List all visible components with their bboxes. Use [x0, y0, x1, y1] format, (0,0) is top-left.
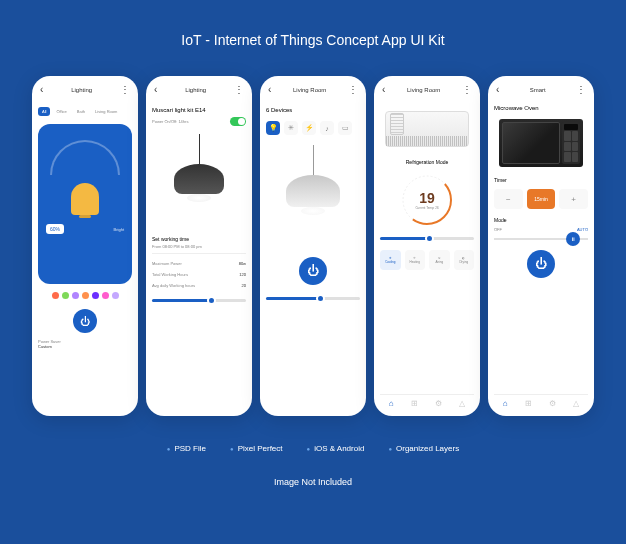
feature-item: Pixel Perfect	[230, 444, 283, 453]
timer-label: Timer	[494, 177, 588, 183]
dial-bright-label: Bright	[114, 227, 124, 232]
brightness-dial[interactable]: 60% Off Bright	[38, 124, 132, 284]
device-plug-icon[interactable]: ⚡	[302, 121, 316, 135]
nav-home-icon[interactable]: ⌂	[389, 399, 394, 408]
schedule-title: Set working time	[152, 236, 246, 242]
phone-lighting-dial: ‹ Lighting ⋮ All Office Bath Living Room…	[32, 76, 138, 416]
mode-selector: ❄Cooling ☀Heating ≋Airing ◐Drying	[380, 250, 474, 270]
color-swatch[interactable]	[52, 292, 59, 299]
stat-value: 80w	[239, 261, 246, 266]
feature-item: PSD File	[167, 444, 206, 453]
tab-bath[interactable]: Bath	[73, 107, 89, 116]
mode-title: Refrigeration Mode	[380, 159, 474, 165]
menu-icon[interactable]: ⋮	[234, 84, 244, 95]
tab-office[interactable]: Office	[52, 107, 70, 116]
nav-grid-icon[interactable]: ⊞	[525, 399, 532, 408]
stat-row: Maximum Power 80w	[152, 261, 246, 266]
stat-value: 20	[242, 283, 246, 288]
device-type-selector: 💡 ✳ ⚡ ♪ ▭	[266, 121, 360, 135]
mode-airing[interactable]: ≋Airing	[429, 250, 450, 270]
power-button[interactable]: ⏻	[299, 257, 327, 285]
phone-light-detail: ‹ Lighting ⋮ Muscari light kit E14 Power…	[146, 76, 252, 416]
menu-icon[interactable]: ⋮	[462, 84, 472, 95]
feature-item: iOS & Android	[307, 444, 365, 453]
color-swatch[interactable]	[72, 292, 79, 299]
device-fan-icon[interactable]: ✳	[284, 121, 298, 135]
page-title: IoT - Internet of Things Concept App UI …	[181, 32, 444, 48]
features-list: PSD File Pixel Perfect iOS & Android Org…	[167, 444, 459, 453]
back-icon[interactable]: ‹	[382, 84, 385, 95]
stat-label: Avg daily Working hours	[152, 283, 195, 288]
stat-value: 120	[239, 272, 246, 277]
timer-increase-button[interactable]: +	[559, 189, 588, 209]
nav-settings-icon[interactable]: ⚙	[549, 399, 556, 408]
color-swatch[interactable]	[112, 292, 119, 299]
microwave-image	[499, 119, 583, 167]
phone-microwave: ‹ Smart ⋮ Microwave Oven Timer − 15min +…	[488, 76, 594, 416]
footer-value: Custom	[38, 344, 132, 349]
feature-item: Organized Layers	[388, 444, 459, 453]
category-tabs: All Office Bath Living Room	[38, 107, 132, 116]
device-count: 6 Devices	[266, 107, 360, 113]
footer-note: Image Not Included	[274, 477, 352, 487]
header-title: Lighting	[71, 87, 92, 93]
back-icon[interactable]: ‹	[154, 84, 157, 95]
timer-value: 15min	[527, 189, 556, 209]
mode-auto[interactable]: AUTO	[577, 227, 588, 232]
timer-decrease-button[interactable]: −	[494, 189, 523, 209]
pause-icon[interactable]: ⏸	[566, 232, 580, 246]
back-icon[interactable]: ‹	[496, 84, 499, 95]
power-button[interactable]: ⏻	[527, 250, 555, 278]
nav-profile-icon[interactable]: △	[573, 399, 579, 408]
color-swatch[interactable]	[102, 292, 109, 299]
color-picker	[38, 292, 132, 299]
pendant-light-image	[285, 145, 341, 245]
bottom-nav: ⌂ ⊞ ⚙ △	[380, 394, 474, 412]
temperature-dial[interactable]: 19 Current Temp: 26	[400, 173, 454, 227]
back-icon[interactable]: ‹	[40, 84, 43, 95]
phone-devices: ‹ Living Room ⋮ 6 Devices 💡 ✳ ⚡ ♪ ▭ ⏻	[260, 76, 366, 416]
mode-slider[interactable]: ⏸	[494, 238, 588, 240]
device-name: Muscari light kit E14	[152, 107, 246, 113]
pendant-light-image	[169, 134, 229, 224]
menu-icon[interactable]: ⋮	[348, 84, 358, 95]
mode-off[interactable]: OFF	[494, 227, 502, 232]
mode-heating[interactable]: ☀Heating	[405, 250, 426, 270]
brightness-slider[interactable]	[152, 299, 246, 302]
nav-grid-icon[interactable]: ⊞	[411, 399, 418, 408]
brightness-slider[interactable]	[266, 297, 360, 300]
device-speaker-icon[interactable]: ♪	[320, 121, 334, 135]
color-swatch[interactable]	[62, 292, 69, 299]
bottom-nav: ⌂ ⊞ ⚙ △	[494, 394, 588, 412]
device-tv-icon[interactable]: ▭	[338, 121, 352, 135]
stat-row: Avg daily Working hours 20	[152, 283, 246, 288]
menu-icon[interactable]: ⋮	[120, 84, 130, 95]
lamp-icon	[71, 183, 99, 215]
nav-home-icon[interactable]: ⌂	[503, 399, 508, 408]
timer-controls: − 15min +	[494, 189, 588, 209]
nav-profile-icon[interactable]: △	[459, 399, 465, 408]
power-toggle[interactable]	[230, 117, 246, 126]
mode-label: Mode	[494, 217, 588, 223]
tab-all[interactable]: All	[38, 107, 50, 116]
temperature-slider[interactable]	[380, 237, 474, 240]
power-button[interactable]: ⏻	[73, 309, 97, 333]
phone-ac: ‹ Living Room ⋮ Refrigeration Mode 19 Cu…	[374, 76, 480, 416]
power-status-label: Power On/Off: 14hrs	[152, 119, 188, 124]
brightness-value: 60%	[46, 224, 64, 234]
header-title: Living Room	[407, 87, 440, 93]
mode-drying[interactable]: ◐Drying	[454, 250, 475, 270]
stat-row: Total Working Hours 120	[152, 272, 246, 277]
color-swatch[interactable]	[92, 292, 99, 299]
schedule-value: From 08:00 PM to 08:00 pm	[152, 244, 246, 249]
stat-label: Maximum Power	[152, 261, 182, 266]
device-light-icon[interactable]: 💡	[266, 121, 280, 135]
tab-living[interactable]: Living Room	[91, 107, 121, 116]
back-icon[interactable]: ‹	[268, 84, 271, 95]
color-swatch[interactable]	[82, 292, 89, 299]
phones-row: ‹ Lighting ⋮ All Office Bath Living Room…	[32, 76, 594, 416]
stat-label: Total Working Hours	[152, 272, 188, 277]
menu-icon[interactable]: ⋮	[576, 84, 586, 95]
nav-settings-icon[interactable]: ⚙	[435, 399, 442, 408]
mode-cooling[interactable]: ❄Cooling	[380, 250, 401, 270]
